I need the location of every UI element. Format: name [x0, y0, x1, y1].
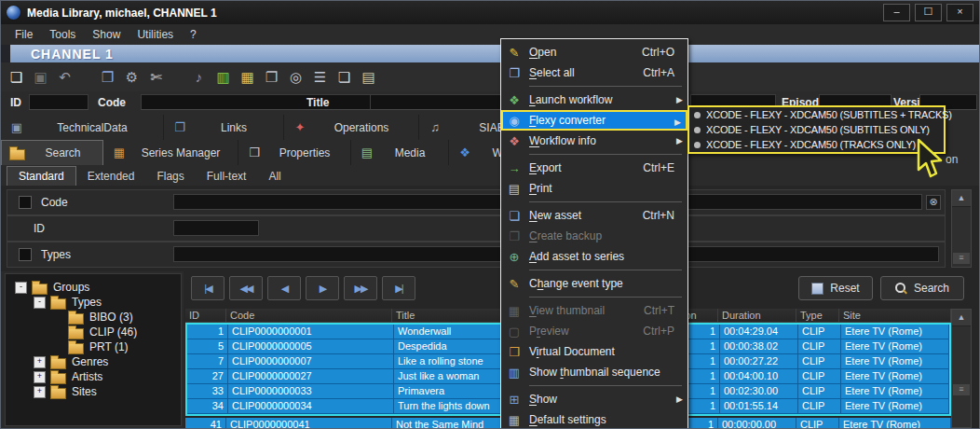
menubar-item-show[interactable]: Show — [84, 26, 129, 43]
subtab-standard[interactable]: Standard — [7, 166, 76, 186]
menu-item-virtual-document[interactable]: ❒Virtual Document — [501, 341, 687, 362]
form-scroll-grip[interactable]: ≡ — [953, 253, 970, 264]
undo-icon[interactable]: ↶ — [55, 67, 75, 88]
column-header-id[interactable]: ID — [185, 309, 226, 323]
next-page-button[interactable]: ▶▶ — [344, 276, 377, 300]
collapse-icon[interactable]: - — [34, 297, 46, 309]
tree-item-prt-1[interactable]: PRT (1) — [6, 339, 181, 354]
clear-code-button[interactable]: ⊗ — [926, 195, 941, 210]
expand-icon[interactable]: + — [34, 371, 46, 383]
expand-icon[interactable]: + — [34, 356, 46, 368]
menubar-item-file[interactable]: File — [7, 26, 41, 43]
tree-item-sites[interactable]: +Sites — [6, 384, 181, 399]
minimize-button[interactable]: – — [883, 4, 910, 21]
document-preview-icon[interactable]: ❏ — [334, 67, 354, 88]
tab-operations[interactable]: ✦Operations — [284, 115, 419, 140]
cell-type: CLIP — [798, 384, 841, 399]
prev-page-button[interactable]: ◀◀ — [229, 276, 263, 300]
submenu-item-1[interactable]: XCODE - FLEXY - XDCAM50 (SUBTITLES ONLY) — [689, 122, 944, 137]
tree-item-types[interactable]: -Types — [6, 295, 181, 310]
column-header-duration[interactable]: Duration — [718, 309, 796, 323]
menubar-item-utilities[interactable]: Utilities — [129, 26, 182, 43]
collapse-icon[interactable]: - — [15, 282, 27, 294]
tree-item-artists[interactable]: +Artists — [6, 369, 181, 384]
id-criteria-input[interactable] — [173, 220, 259, 236]
results-scrollbar[interactable]: ▲ ≡ — [951, 309, 972, 428]
tab-properties[interactable]: ❒Properties — [238, 140, 351, 165]
types-checkbox[interactable] — [19, 248, 32, 261]
menu-item-preview[interactable]: ▢PreviewCtrl+P — [501, 321, 687, 341]
maximize-button[interactable]: ☐ — [915, 4, 942, 21]
menu-item-add-asset-to-series[interactable]: ⊕Add asset to series — [501, 246, 687, 267]
copy-frames-icon[interactable]: ❐ — [262, 67, 281, 88]
menu-item-label: Default settings — [529, 413, 606, 426]
first-button[interactable]: |◀ — [191, 276, 225, 300]
subtab-fulltext[interactable]: Full-text — [196, 167, 258, 186]
prev-button[interactable]: ◀ — [267, 276, 301, 300]
menu-item-show-thumbnail-sequence[interactable]: ▥Show thumbnail sequence — [501, 362, 687, 382]
code-input[interactable] — [141, 94, 396, 110]
tree-item-clip-46[interactable]: CLIP (46) — [6, 325, 181, 339]
last-button[interactable]: ▶| — [382, 276, 415, 300]
column-header-site[interactable]: Site — [839, 309, 951, 323]
cut-icon[interactable]: ✄ — [146, 67, 166, 88]
reset-button[interactable]: Reset — [798, 276, 873, 300]
stack-icon[interactable]: ☰ — [310, 67, 330, 88]
search-button[interactable]: Search — [880, 276, 964, 300]
submenu-item-2[interactable]: XCODE - FLEXY - XDCAM50 (TRACKS ONLY) — [689, 137, 944, 152]
save-icon[interactable]: ▣ — [31, 67, 50, 88]
tree-item-genres[interactable]: +Genres — [6, 354, 181, 369]
menu-item-select-all[interactable]: ❐Select allCtrl+A — [501, 62, 687, 83]
menu-item-new-asset[interactable]: ❏New assetCtrl+N — [501, 205, 687, 226]
menu-item-export[interactable]: →ExportCtrl+E — [501, 158, 687, 178]
submenu-item-0[interactable]: XCODE - FLEXY - XDCAM50 (SUBTITLES + TRA… — [689, 107, 944, 122]
menu-item-print[interactable]: ▤Print — [501, 178, 687, 199]
results-scroll-up-button[interactable]: ▲ — [952, 310, 971, 326]
search-subtabs: StandardExtendedFlagsFull-textAll — [1, 166, 979, 187]
tab-links[interactable]: ❐Links — [164, 115, 284, 140]
tab-media[interactable]: ▤Media — [351, 140, 449, 165]
audio-icon[interactable]: ♪ — [189, 67, 209, 88]
log-icon[interactable]: ▤ — [359, 67, 378, 88]
subtab-flags[interactable]: Flags — [145, 167, 195, 186]
tab-search[interactable]: Search — [1, 140, 103, 165]
menu-item-open[interactable]: ✎OpenCtrl+O — [501, 42, 687, 62]
column-header-type[interactable]: Type — [796, 309, 839, 323]
title-field-label: Title — [306, 96, 329, 109]
film-cut-icon[interactable]: ▦ — [238, 67, 257, 88]
subtab-extended[interactable]: Extended — [76, 167, 146, 186]
menu-item-launch-workflow[interactable]: ❖Launch workflow▶ — [501, 90, 687, 110]
tree-item-groups[interactable]: -Groups — [6, 280, 181, 295]
menu-item-workflow-info[interactable]: ❖Workflow info▶ — [501, 131, 687, 151]
menubar-item-tools[interactable]: Tools — [41, 26, 84, 43]
tab-technicaldata[interactable]: ▣TechnicalData — [1, 115, 164, 140]
cell-site: Etere TV (Rome) — [841, 384, 949, 399]
column-header-code[interactable]: Code — [226, 309, 392, 323]
copy-icon[interactable]: ❐ — [98, 67, 117, 88]
results-scroll-grip[interactable]: ≡ — [953, 384, 970, 395]
workflow-settings-icon[interactable]: ⚙ — [122, 67, 142, 88]
form-scrollbar[interactable]: ▲ ≡ — [951, 189, 972, 268]
menubar-item-[interactable]: ? — [182, 26, 205, 43]
subtab-all[interactable]: All — [257, 167, 292, 186]
new-document-icon[interactable]: ❏ — [7, 67, 26, 88]
menu-item-show[interactable]: ⊞Show▶ — [501, 389, 687, 409]
id-input[interactable] — [29, 94, 88, 110]
next-button[interactable]: ▶ — [306, 276, 339, 300]
menu-item-label: Workflow info — [529, 134, 596, 147]
tree-item-bibo-3[interactable]: BIBO (3) — [6, 310, 181, 325]
menu-item-create-backup[interactable]: ❐Create backup — [501, 226, 687, 246]
form-scroll-up-button[interactable]: ▲ — [952, 190, 971, 207]
menu-item-flexy-converter[interactable]: ◉Flexy converter▶ — [501, 110, 687, 131]
menu-item-view-thumbnail[interactable]: ▦View thumbnailCtrl+T — [501, 300, 687, 321]
code-checkbox[interactable] — [19, 196, 32, 209]
menu-item-change-event-type[interactable]: ✎Change event type — [501, 273, 687, 294]
filmstrip-icon[interactable]: ▥ — [213, 67, 233, 88]
expand-icon[interactable]: + — [34, 386, 46, 398]
folder-icon — [68, 313, 84, 325]
close-button[interactable]: × — [946, 4, 973, 21]
menu-item-label: Preview — [529, 325, 569, 338]
tab-series-manager[interactable]: ▦Series Manager — [103, 140, 238, 165]
binoculars-icon[interactable]: ◎ — [286, 67, 306, 88]
menu-item-default-settings[interactable]: ▦Default settings — [501, 409, 687, 429]
